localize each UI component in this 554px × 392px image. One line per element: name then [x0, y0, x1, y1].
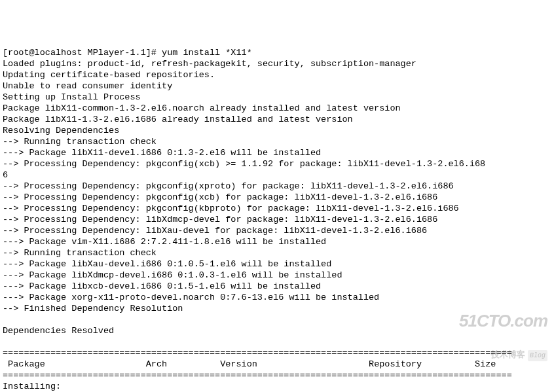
output-line: --> Running transaction check [3, 137, 157, 147]
output-line: Updating certificate-based repositories. [3, 70, 215, 80]
output-line: ---> Package libXau-devel.i686 0:1.0.5-1… [3, 259, 331, 269]
col-repository: Repository [369, 359, 422, 369]
watermark-blog-badge: Blog [528, 350, 547, 361]
output-line: Package libX11-1.3-2.el6.i686 already in… [3, 115, 353, 124]
output-line: --> Processing Dependency: pkgconfig(xpr… [3, 181, 454, 191]
output-line: --> Processing Dependency: libXdmcp-deve… [3, 215, 437, 224]
col-arch: Arch [146, 359, 167, 369]
output-line: ---> Package xorg-x11-proto-devel.noarch… [3, 293, 379, 302]
output-line: Loaded plugins: product-id, refresh-pack… [3, 59, 416, 69]
output-line: ---> Package libXdmcp-devel.i686 0:1.0.3… [3, 270, 342, 280]
installing-label: Installing: [3, 382, 61, 391]
output-line: --> Processing Dependency: pkgconfig(kbp… [3, 204, 459, 213]
output-line: Setting up Install Process [3, 92, 141, 102]
output-line: --> Finished Dependency Resolution [3, 304, 183, 313]
output-line: Package libX11-common-1.3-2.el6.noarch a… [3, 103, 401, 113]
separator-line: ========================================… [3, 370, 512, 380]
output-line: --> Processing Dependency: pkgconfig(xcb… [3, 159, 485, 169]
terminal-output: [root@localhost MPlayer-1.1]# yum instal… [3, 48, 512, 392]
output-line: ---> Package libxcb-devel.i686 0:1.5-1.e… [3, 281, 321, 291]
separator-line: ========================================… [3, 348, 512, 358]
output-line: --> Processing Dependency: libXau-devel … [3, 226, 427, 236]
output-line: --> Running transaction check [3, 248, 157, 258]
output-line: ---> Package vim-X11.i686 2:7.2.411-1.8.… [3, 237, 326, 247]
col-size: Size [475, 359, 496, 369]
output-line: Dependencies Resolved [3, 326, 114, 336]
command-text: yum install *X11* [162, 48, 252, 58]
output-line: ---> Package libX11-devel.i686 0:1.3-2.e… [3, 148, 321, 158]
watermark-logo: 51CTO.com [459, 315, 547, 327]
output-line: Unable to read consumer identity [3, 81, 172, 91]
col-package: Package [3, 359, 45, 369]
col-version: Version [220, 359, 257, 369]
output-line: Resolving Dependencies [3, 126, 119, 135]
output-line: 6 [3, 170, 8, 180]
shell-prompt: [root@localhost MPlayer-1.1]# [3, 48, 162, 58]
output-line: --> Processing Dependency: pkgconfig(xcb… [3, 192, 437, 202]
